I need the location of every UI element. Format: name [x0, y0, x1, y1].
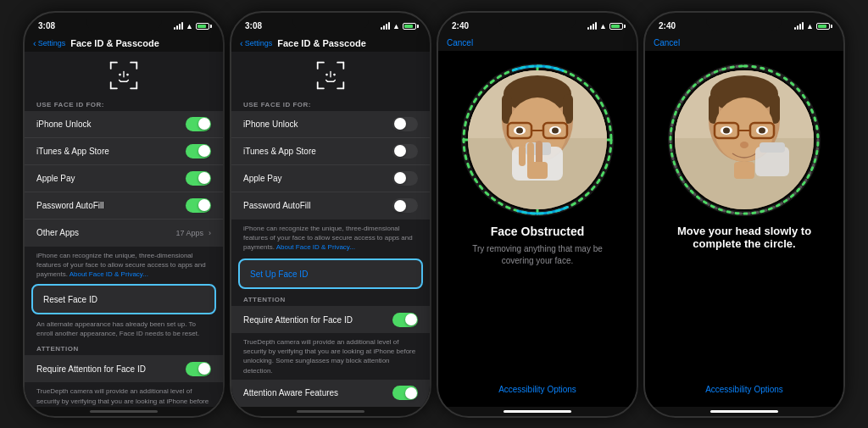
- settings-row-iphone-unlock-1: iPhone Unlock: [25, 111, 223, 138]
- settings-row-otherapps-1[interactable]: Other Apps 17 Apps ›: [25, 220, 223, 247]
- svg-point-71: [723, 127, 730, 133]
- row-label: Other Apps: [36, 228, 175, 237]
- svg-point-73: [740, 142, 748, 148]
- phone-2: 3:08 ▲ ‹ Settings Face ID & Passcode: [230, 11, 431, 418]
- face-id-icon-area-1: [25, 52, 223, 97]
- signal-bar: [388, 22, 390, 30]
- svg-rect-3: [136, 61, 137, 69]
- face-svg-4: [675, 70, 814, 209]
- toggle-attention-2[interactable]: [392, 313, 418, 327]
- toggle-applepay-1[interactable]: [186, 171, 211, 186]
- attention-group-2b: Attention Aware Features: [231, 380, 430, 407]
- signal-bar: [381, 27, 382, 30]
- camera-screen-4: Move your head slowly to complete the ci…: [645, 51, 843, 407]
- wifi-icon-4: ▲: [806, 22, 814, 31]
- row-value: 17 Apps: [175, 229, 203, 237]
- signal-bar: [386, 24, 387, 30]
- signal-bar: [383, 25, 385, 30]
- svg-rect-7: [136, 81, 137, 89]
- svg-rect-74: [734, 162, 754, 179]
- home-indicator-2: [297, 410, 364, 413]
- toggle-itunes-1[interactable]: [186, 144, 211, 158]
- nav-back-1[interactable]: ‹ Settings: [33, 38, 65, 48]
- toggle-knob: [405, 387, 417, 399]
- svg-rect-21: [342, 81, 344, 89]
- back-arrow-icon-1: ‹: [33, 38, 36, 48]
- desc-text-2: iPhone can recognize the unique, three-d…: [231, 220, 430, 256]
- battery-fill-1: [198, 25, 206, 28]
- face-photo-4: [675, 70, 814, 209]
- svg-rect-1: [110, 61, 112, 69]
- notch-3: [499, 13, 576, 31]
- setup-face-id-row[interactable]: Set Up Face ID: [238, 258, 423, 289]
- notch-4: [706, 13, 782, 31]
- nav-back-2[interactable]: ‹ Settings: [240, 38, 272, 48]
- signal-bar: [179, 24, 181, 30]
- row-label: Apple Pay: [243, 174, 392, 183]
- nav-title-2: Face ID & Passcode: [277, 38, 366, 48]
- home-indicator-3: [504, 410, 571, 413]
- status-icons-3: ▲: [587, 22, 623, 31]
- face-id-icon-1: [108, 60, 139, 91]
- settings-row-password-1: Password AutoFill: [25, 192, 223, 220]
- svg-rect-17: [342, 61, 344, 69]
- signal-bar: [593, 24, 594, 30]
- signal-bar: [587, 27, 589, 30]
- settings-group-2: iPhone Unlock iTunes & App Store Apple P…: [231, 111, 430, 220]
- reset-face-id-row[interactable]: Reset Face ID: [31, 284, 216, 314]
- row-label: Password AutoFill: [36, 201, 186, 210]
- settings-row-applepay-1: Apple Pay: [25, 165, 223, 192]
- status-icons-1: ▲: [174, 22, 209, 31]
- signal-bar: [799, 24, 801, 30]
- phones-container: 3:08 ▲ ‹ Settings Face ID & Passcode: [14, 0, 854, 428]
- svg-point-72: [759, 127, 765, 133]
- phone-4: 2:40 ▲ Cancel: [643, 11, 845, 418]
- attention-desc-1: TrueDepth camera will provide an additio…: [25, 383, 223, 406]
- camera-screen-3: Face Obstructed Try removing anything th…: [438, 51, 637, 407]
- reset-face-id-button[interactable]: Reset Face ID: [33, 286, 214, 313]
- toggle-knob: [198, 145, 210, 157]
- row-label: Password AutoFill: [243, 201, 392, 210]
- screen-content-2: USE FACE ID FOR: iPhone Unlock iTunes & …: [231, 52, 430, 407]
- toggle-iphone-unlock-1[interactable]: [186, 117, 211, 131]
- notch-1: [86, 13, 162, 31]
- attention-group-1: Require Attention for Face ID: [25, 355, 223, 382]
- signal-bar: [590, 25, 592, 30]
- nav-bar-1: ‹ Settings Face ID & Passcode: [25, 36, 223, 52]
- toggle-password-1[interactable]: [186, 198, 211, 213]
- toggle-knob: [394, 118, 406, 130]
- svg-point-11: [119, 73, 121, 75]
- setup-face-id-button[interactable]: Set Up Face ID: [240, 260, 421, 287]
- toggle-knob: [198, 172, 210, 184]
- toggle-aware[interactable]: [392, 386, 418, 400]
- battery-fill-4: [818, 25, 826, 28]
- settings-row-password-2: Password AutoFill: [231, 192, 430, 220]
- signal-bar: [176, 25, 178, 30]
- face-obstructed-title: Face Obstructed: [491, 225, 584, 238]
- row-label: iPhone Unlock: [243, 120, 392, 129]
- toggle-attention-1[interactable]: [186, 362, 211, 376]
- toggle-password-2[interactable]: [392, 198, 418, 213]
- accessibility-link-4[interactable]: Accessibility Options: [705, 385, 783, 394]
- desc-link-2[interactable]: About Face ID & Privacy...: [276, 243, 355, 251]
- toggle-itunes-2[interactable]: [392, 144, 418, 158]
- back-arrow-icon-2: ‹: [240, 38, 243, 48]
- battery-icon-1: [196, 23, 209, 30]
- toggle-applepay-2[interactable]: [392, 171, 418, 186]
- svg-point-26: [333, 73, 336, 75]
- signal-bar: [595, 22, 597, 30]
- accessibility-link-3[interactable]: Accessibility Options: [498, 385, 576, 394]
- toggle-iphone-unlock-2[interactable]: [392, 117, 418, 131]
- cancel-button-4[interactable]: Cancel: [654, 38, 680, 47]
- cancel-button-3[interactable]: Cancel: [447, 38, 473, 47]
- wifi-icon-1: ▲: [186, 22, 193, 31]
- phone-1: 3:08 ▲ ‹ Settings Face ID & Passcode: [23, 11, 225, 418]
- home-indicator-4: [710, 410, 778, 413]
- desc-link-1[interactable]: About Face ID & Privacy...: [70, 270, 148, 278]
- status-icons-4: ▲: [794, 22, 830, 31]
- attention-label-2: ATTENTION: [231, 292, 430, 306]
- desc-text-1: iPhone can recognize the unique, three-d…: [25, 247, 223, 283]
- settings-row-applepay-2: Apple Pay: [231, 165, 430, 192]
- status-time-3: 2:40: [452, 21, 469, 31]
- battery-fill-3: [611, 25, 620, 28]
